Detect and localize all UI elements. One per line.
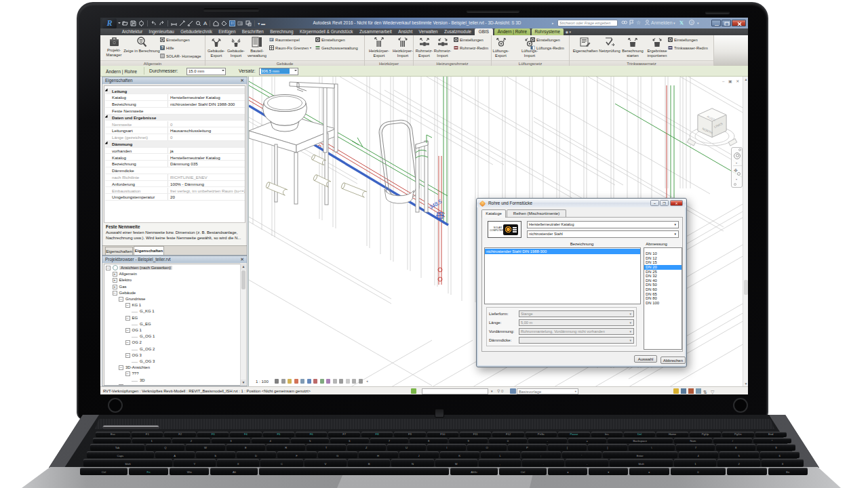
svg-text:348,5: 348,5	[428, 198, 443, 210]
